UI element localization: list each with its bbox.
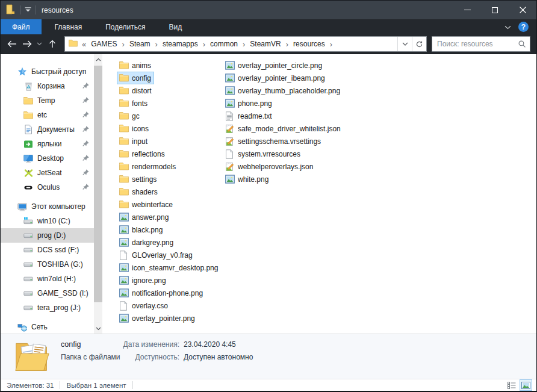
breadcrumb-segment[interactable]: common: [210, 40, 238, 48]
sidebar-group-this-pc[interactable]: Этот компьютер: [1, 199, 94, 214]
sidebar-item-label: Сеть: [31, 323, 48, 331]
file-item[interactable]: ignore.png: [117, 274, 169, 287]
sidebar-item-oculus[interactable]: Oculus: [1, 180, 94, 194]
folder-item[interactable]: settings: [117, 173, 160, 185]
folder-item[interactable]: webinterface: [117, 198, 176, 211]
scrollbar-thumb[interactable]: [94, 66, 102, 302]
folder-item[interactable]: gc: [117, 110, 143, 122]
folder-item[interactable]: rendermodels: [117, 160, 179, 173]
folder-item[interactable]: shaders: [117, 185, 161, 198]
search-input[interactable]: [432, 40, 514, 48]
sidebar-item-label: ярлыки: [37, 140, 61, 148]
file-item[interactable]: overlay_thumb_placeholder.png: [223, 84, 343, 97]
folder-item[interactable]: anims: [117, 59, 154, 72]
tab-share[interactable]: Поделиться: [95, 19, 155, 34]
sidebar-item-drive[interactable]: GAME_SSD (I:): [1, 286, 94, 300]
file-item[interactable]: webhelperoverlays.json: [223, 160, 316, 173]
search-icon[interactable]: [514, 40, 530, 48]
folder-item[interactable]: config: [117, 72, 154, 84]
file-item[interactable]: overlay_pointer.png: [117, 312, 198, 325]
file-item[interactable]: safe_mode_driver_whitelist.json: [223, 122, 344, 135]
breadcrumb-segment[interactable]: Steam: [129, 40, 151, 48]
sidebar-item-jetseat[interactable]: JetSeat: [1, 166, 94, 180]
sidebar-scrollbar[interactable]: [94, 54, 102, 334]
sidebar-item-desktop[interactable]: Desktop: [1, 151, 94, 166]
folder-item[interactable]: fonts: [117, 97, 151, 110]
sidebar-item-drive[interactable]: prog (D:): [1, 228, 94, 243]
address-dropdown-chevron-icon[interactable]: [397, 37, 412, 51]
folder-item[interactable]: reflections: [117, 148, 168, 160]
ribbon-expand-chevron-icon[interactable]: [504, 23, 511, 31]
breadcrumb-separator-icon[interactable]: ›: [243, 40, 245, 49]
file-item[interactable]: white.png: [223, 173, 272, 185]
breadcrumb-separator-icon[interactable]: ›: [203, 40, 205, 49]
scroll-down-icon[interactable]: [94, 323, 102, 334]
file-item[interactable]: readme.txt: [223, 110, 275, 122]
breadcrumb-overflow-indicator[interactable]: «: [82, 40, 86, 49]
maximize-button[interactable]: [481, 1, 509, 19]
titlebar: resources: [1, 1, 536, 19]
qat-customize-dropdown-icon[interactable]: [25, 6, 31, 14]
sidebar-item-drive[interactable]: TOSHIBA (G:): [1, 257, 94, 272]
breadcrumb-separator-icon[interactable]: ›: [122, 40, 125, 49]
breadcrumb-segment[interactable]: resources: [293, 40, 325, 48]
qat-separator: [20, 5, 20, 14]
minimize-button[interactable]: [453, 1, 481, 19]
file-item[interactable]: overlay_pointer_ibeam.png: [223, 72, 328, 84]
sidebar-item-drive[interactable]: win7old (H:): [1, 272, 94, 286]
app-folder-icon: [5, 4, 16, 17]
file-name: black.png: [132, 226, 163, 234]
folder-item[interactable]: icons: [117, 122, 152, 135]
breadcrumb-separator-icon[interactable]: ›: [155, 40, 158, 49]
sidebar-item-документы[interactable]: Документы: [1, 122, 94, 137]
file-item[interactable]: answer.png: [117, 211, 172, 223]
breadcrumb-separator-icon[interactable]: ›: [286, 40, 288, 49]
refresh-button[interactable]: [412, 37, 426, 51]
file-item[interactable]: black.png: [117, 223, 166, 236]
file-name: white.png: [238, 175, 268, 184]
sidebar-item-etc[interactable]: etc: [1, 108, 94, 122]
file-item[interactable]: notification-phone.png: [117, 287, 206, 299]
file-item[interactable]: GLOverlay_v0.frag: [117, 249, 196, 261]
sidebar-item-ярлыки[interactable]: ярлыки: [1, 137, 94, 151]
sidebar-item-корзина[interactable]: Корзина: [1, 79, 94, 93]
breadcrumb-segment[interactable]: steamapps: [163, 40, 198, 48]
recent-locations-chevron-icon[interactable]: [34, 36, 45, 52]
file-item[interactable]: phone.png: [223, 97, 275, 110]
content-area: Быстрый доступКорзинаTempetcДокументыярл…: [1, 54, 536, 334]
file-item[interactable]: darkgrey.png: [117, 236, 176, 249]
close-button[interactable]: [509, 1, 536, 19]
file-item[interactable]: overlay.cso: [117, 299, 171, 312]
up-button[interactable]: [45, 36, 60, 52]
help-button[interactable]: ?: [518, 22, 529, 32]
sidebar-item-drive[interactable]: tera_prog (J:): [1, 300, 94, 315]
sidebar-item-drive[interactable]: win10 (C:): [1, 214, 94, 228]
sidebar-item-label: JetSeat: [37, 169, 62, 177]
sidebar-group-network[interactable]: Сеть: [1, 320, 94, 334]
breadcrumb-segment[interactable]: SteamVR: [250, 40, 281, 48]
folder-item[interactable]: distort: [117, 84, 155, 97]
folder-item[interactable]: input: [117, 135, 151, 148]
tab-file[interactable]: Файл: [1, 19, 42, 34]
sidebar-group-quick-access[interactable]: Быстрый доступ: [1, 64, 94, 79]
breadcrumb-separator-icon[interactable]: ›: [330, 40, 332, 49]
details-view-button[interactable]: [506, 380, 517, 390]
forward-button[interactable]: [19, 36, 34, 52]
pin-icon: [82, 125, 90, 133]
sidebar-item-label: win10 (C:): [37, 217, 70, 225]
tab-view[interactable]: Вид: [158, 19, 192, 34]
back-button[interactable]: [4, 36, 19, 52]
sidebar-item-drive[interactable]: DCS ssd (F:): [1, 243, 94, 257]
icons-view-button[interactable]: [520, 380, 532, 390]
scroll-up-icon[interactable]: [94, 54, 102, 64]
address-bar[interactable]: «GAMES›Steam›steamapps›common›SteamVR›re…: [64, 36, 427, 52]
sidebar-item-temp[interactable]: Temp: [1, 93, 94, 108]
window-title: resources: [42, 6, 73, 14]
file-item[interactable]: overlay_pointer_circle.png: [223, 59, 325, 72]
tab-home[interactable]: Главная: [45, 19, 93, 34]
file-item[interactable]: settingsschema.vrsettings: [223, 135, 324, 148]
file-item[interactable]: system.vrresources: [223, 148, 303, 160]
image-file-icon: [119, 213, 129, 222]
file-item[interactable]: icon_steamvr_desktop.png: [117, 261, 221, 274]
breadcrumb-segment[interactable]: GAMES: [91, 40, 117, 48]
